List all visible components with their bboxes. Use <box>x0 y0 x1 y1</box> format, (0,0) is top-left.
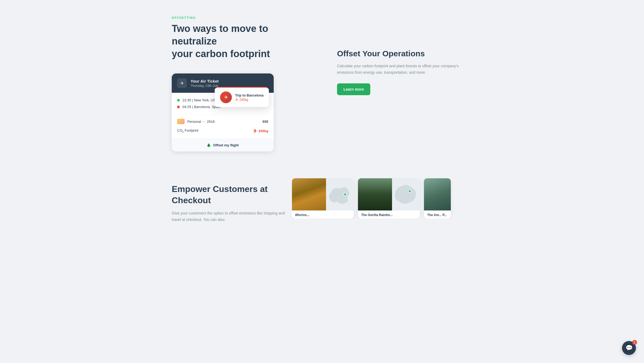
card-area: ✈ Trip to Barcelona 🌫 240kg ✈ You <box>172 73 274 151</box>
tooltip-content: Trip to Barcelona 🌫 240kg <box>235 93 264 102</box>
tooltip-weight-icon: 🌫 <box>235 98 238 102</box>
forest-card-1-image <box>292 178 354 210</box>
arrival-text: 04:25 | Barcelona, Spain <box>182 105 221 109</box>
forest-card-3[interactable]: The Am... P... <box>424 178 451 218</box>
payment-label: Personal ···· 2618 <box>187 120 215 124</box>
tooltip-popup: ✈ Trip to Barcelona 🌫 240kg <box>215 87 269 107</box>
chat-icon: 💬 <box>625 345 633 351</box>
offset-description: Calculate your carbon footprint and plan… <box>337 63 472 76</box>
footprint-row: CO2 Footprint 🌫 240kg <box>177 128 268 133</box>
ticket-subtitle: Thursday, 23th July <box>191 84 219 88</box>
forest-card-2-image <box>358 178 420 210</box>
footprint-value: 🌫 240kg <box>253 129 268 133</box>
footprint-weight: 240kg <box>258 129 268 133</box>
tooltip-weight: 🌫 240kg <box>235 98 264 102</box>
forest-card-2[interactable]: The Gorilla Rainfor... <box>358 178 420 218</box>
rainforest-photo <box>358 178 392 210</box>
mountain-photo <box>424 178 451 210</box>
section-label: OFFSETTING <box>172 16 307 19</box>
forest-card-3-image <box>424 178 451 210</box>
bottom-description: Give your customers the option to offset… <box>172 210 286 223</box>
chat-badge: 1 <box>632 340 637 345</box>
forest-card-2-title: The Gorilla Rainfor... <box>358 210 420 218</box>
forest-card-2-map <box>392 178 420 210</box>
tooltip-plane-icon: ✈ <box>220 91 232 103</box>
payment-left: Personal ···· 2618 <box>177 119 215 124</box>
departure-dot <box>177 99 180 102</box>
payment-row: Personal ···· 2618 €€€ <box>177 119 268 124</box>
right-column: Offset Your Operations Calculate your ca… <box>337 16 472 95</box>
footprint-icon: 🌫 <box>253 129 257 133</box>
payment-amount: €€€ <box>262 120 268 124</box>
ticket-card: ✈ Your Air Ticket Thursday, 23th July 22… <box>172 73 274 151</box>
ticket-divider <box>177 114 268 114</box>
offset-heading: Offset Your Operations <box>337 48 472 59</box>
forest-card-1-title: Øforins... <box>292 210 354 218</box>
departure-text: 22:45 | New York, USA <box>182 98 218 102</box>
ticket-plane-icon: ✈ <box>177 78 187 88</box>
tooltip-title: Trip to Barcelona <box>235 93 264 97</box>
credit-card-icon <box>177 119 185 124</box>
ticket-header-text: Your Air Ticket Thursday, 23th July <box>191 79 219 88</box>
arrival-dot <box>177 106 180 108</box>
offset-button-label: Offset my flight <box>213 143 239 147</box>
forest-cards-container: Øforins... The Gorilla Rainfor... <box>292 178 472 218</box>
forest-card-1[interactable]: Øforins... <box>292 178 354 218</box>
map-svg-2 <box>392 178 420 210</box>
main-heading: Two ways to move to neutralize your carb… <box>172 23 307 60</box>
chat-button[interactable]: 💬 1 <box>622 341 636 355</box>
map-dot-2 <box>408 190 411 193</box>
ticket-title: Your Air Ticket <box>191 79 219 83</box>
bottom-heading: Empower Customers at Checkout <box>172 184 286 206</box>
forest-card-1-map <box>326 178 354 210</box>
offset-tree-icon: 🌲 <box>207 143 211 147</box>
learn-more-button[interactable]: Learn more <box>337 83 370 95</box>
forest-card-3-title: The Am... P... <box>424 210 451 218</box>
savanna-photo <box>292 178 326 210</box>
map-svg-1 <box>326 178 354 210</box>
offset-button[interactable]: 🌲 Offset my flight <box>172 139 274 151</box>
footprint-label: CO2 Footprint <box>177 128 198 133</box>
bottom-left: Empower Customers at Checkout Give your … <box>172 178 286 223</box>
